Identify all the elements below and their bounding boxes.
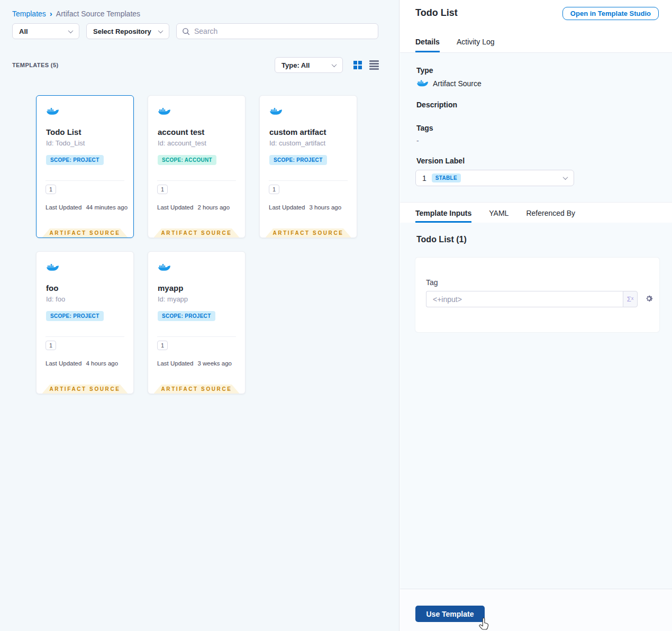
breadcrumb-current: Artifact Source Templates [56,10,140,18]
search-input[interactable] [194,27,373,35]
divider [46,336,124,337]
divider [157,180,236,181]
card-title: custom artifact [269,127,326,136]
last-updated: Last Updated3 weeks ago [157,360,232,367]
template-card-grid: Todo List Id: Todo_List SCOPE: PROJECT 1… [36,95,371,394]
chevron-down-icon [563,175,568,180]
tab-activity-log[interactable]: Activity Log [457,38,495,52]
card-title: account test [158,127,204,136]
docker-icon [269,106,282,116]
divider [269,180,348,181]
version-select[interactable]: 1 STABLE [415,170,574,186]
chevron-down-icon [158,28,164,33]
inputs-title: Todo List (1) [416,235,467,244]
scope-filter-value: All [19,28,28,35]
type-value-row: Artifact Source [416,79,482,88]
detail-title: Todo List [415,7,458,19]
docker-icon [158,262,170,272]
docker-icon [46,106,59,116]
scope-badge: SCOPE: PROJECT [46,155,104,165]
chevron-down-icon [332,62,337,67]
tab-template-inputs[interactable]: Template Inputs [415,209,471,223]
open-in-template-studio-button[interactable]: Open in Template Studio [562,7,659,20]
breadcrumb-templates-link[interactable]: Templates [12,10,46,18]
tag-input-row: Σˣ [426,291,638,307]
card-id: Id: account_test [158,139,206,147]
tab-referenced-by[interactable]: Referenced By [526,209,575,223]
detail-tabs: Details Activity Log [400,30,672,53]
tab-details[interactable]: Details [415,38,440,52]
expression-toggle-button[interactable]: Σˣ [623,291,638,307]
stable-badge: STABLE [432,173,461,182]
version-chip: 1 [46,341,56,350]
card-title: Todo List [46,127,81,136]
type-filter-value: Type: All [281,61,310,69]
tags-value: - [416,136,419,145]
type-value: Artifact Source [433,79,482,88]
artifact-source-ribbon: ARTIFACT SOURCE [42,228,128,237]
use-template-button[interactable]: Use Template [415,606,485,622]
artifact-source-ribbon: ARTIFACT SOURCE [42,385,128,394]
search-icon [182,28,190,35]
last-updated: Last Updated3 hours ago [269,204,341,211]
list-view-icon[interactable] [369,60,379,70]
repository-filter-dropdown[interactable]: Select Repository [86,23,169,39]
tab-yaml[interactable]: YAML [489,209,508,223]
grid-view-icon[interactable] [353,61,362,69]
artifact-source-ribbon: ARTIFACT SOURCE [154,228,240,237]
artifact-source-ribbon: ARTIFACT SOURCE [154,385,240,394]
templates-count-label: TEMPLATES (5) [12,62,59,68]
templates-list-panel: Templates › Artifact Source Templates Al… [0,0,399,631]
scope-badge: SCOPE: PROJECT [158,311,215,321]
docker-icon [416,79,428,88]
template-detail-panel: Todo List Open in Template Studio Detail… [400,0,672,631]
gear-icon[interactable] [644,294,653,303]
divider [157,336,236,337]
template-card-foo[interactable]: foo Id: foo SCOPE: PROJECT 1 Last Update… [36,251,134,394]
last-updated: Last Updated4 hours ago [46,360,118,367]
version-label: Version Label [416,157,465,165]
docker-icon [46,262,59,272]
card-id: Id: foo [46,295,65,303]
template-card-todo-list[interactable]: Todo List Id: Todo_List SCOPE: PROJECT 1… [36,95,134,238]
repository-filter-value: Select Repository [93,28,151,35]
template-card-myapp[interactable]: myapp Id: myapp SCOPE: PROJECT 1 Last Up… [148,251,246,394]
scope-filter-dropdown[interactable]: All [12,23,79,39]
version-chip: 1 [269,185,279,194]
type-label: Type [416,66,433,75]
template-inputs-card: Tag Σˣ [415,258,659,332]
card-id: Id: Todo_List [46,139,85,147]
version-chip: 1 [157,341,168,350]
description-label: Description [416,100,457,109]
tags-label: Tags [416,124,433,132]
type-filter-dropdown[interactable]: Type: All [275,57,343,73]
card-title: myapp [158,284,183,292]
breadcrumb: Templates › Artifact Source Templates [12,9,140,18]
version-chip: 1 [157,185,168,194]
template-card-custom-artifact[interactable]: custom artifact Id: custom_artifact SCOP… [259,95,357,238]
docker-icon [158,106,170,116]
tag-label: Tag [426,278,438,287]
scope-badge: SCOPE: PROJECT [46,311,104,321]
scope-badge: SCOPE: ACCOUNT [158,155,216,165]
artifact-source-ribbon: ARTIFACT SOURCE [266,228,351,237]
card-id: Id: myapp [158,295,188,303]
inputs-tabs: Template Inputs YAML Referenced By [400,202,672,223]
breadcrumb-separator: › [50,9,52,18]
card-id: Id: custom_artifact [269,139,325,147]
divider [46,180,124,181]
details-section: Type Artifact Source Description Tags - … [400,53,672,202]
chevron-down-icon [68,28,74,33]
view-toggle [353,60,379,70]
template-card-account-test[interactable]: account test Id: account_test SCOPE: ACC… [148,95,246,238]
card-title: foo [46,284,58,292]
detail-header: Todo List Open in Template Studio [400,0,672,30]
version-chip: 1 [46,185,56,194]
tag-input[interactable] [426,291,623,307]
detail-footer: Use Template [400,589,672,631]
filter-row: All Select Repository [12,23,378,39]
search-box [176,23,378,39]
scope-badge: SCOPE: PROJECT [269,155,327,165]
last-updated: Last Updated2 hours ago [157,204,230,211]
last-updated: Last Updated44 minutes ago [46,204,128,211]
